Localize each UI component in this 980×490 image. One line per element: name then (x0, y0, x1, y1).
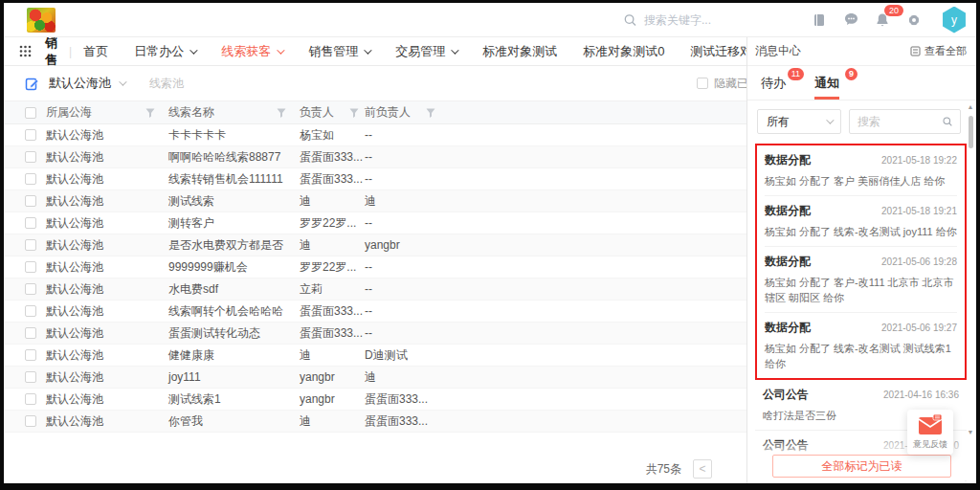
scrollbar-thumb[interactable] (969, 116, 973, 148)
nav-item-label: 日常办公 (134, 43, 184, 60)
total-count: 共75条 (646, 461, 681, 478)
nav-item[interactable]: 线索获客 (221, 43, 282, 60)
tab-notifications-label: 通知 (814, 76, 839, 90)
nav-item[interactable]: 销售管理 (308, 43, 369, 60)
column-header-name: 线索名称 (168, 104, 214, 121)
nav-item[interactable]: 交易管理 (395, 43, 457, 60)
panel-header: 消息中心 查看全部 (747, 37, 976, 66)
chevron-down-icon (189, 46, 197, 54)
tab-todo[interactable]: 待办 11 (761, 75, 786, 100)
nav-item-label: 首页 (83, 43, 108, 60)
hide-converted-label: 隐藏已 (714, 76, 746, 92)
cell-prev-owner: -- (365, 128, 746, 142)
column-header-owner: 负责人 (300, 104, 334, 121)
view-all-label: 查看全部 (924, 44, 967, 58)
filter-icon[interactable] (145, 108, 155, 118)
cell-owner: 杨宝如 (300, 127, 365, 144)
row-checkbox[interactable] (25, 129, 36, 141)
notification-title: 数据分配 (765, 152, 811, 168)
panel-scrollbar[interactable]: ▲ ▼ (965, 102, 976, 437)
feedback-label: 意见反馈 (913, 438, 947, 451)
nav-item[interactable]: 标准对象测试 (482, 43, 557, 60)
row-checkbox[interactable] (25, 393, 36, 405)
table-row: 默认公海池你管我迪蛋蛋面333... (4, 411, 746, 433)
scroll-up-arrow[interactable]: ▲ (968, 102, 974, 112)
prev-page-button[interactable]: < (693, 459, 712, 479)
filter-icon[interactable] (426, 108, 435, 118)
notification-date: 2021-05-18 19:22 (881, 155, 957, 166)
feedback-widget[interactable]: 意见反馈 (907, 410, 953, 455)
annotation-highlight-box: 数据分配2021-05-18 19:22杨宝如 分配了 客户 美丽俏佳人店 给你… (755, 144, 967, 380)
cell-lead-name: 线索啊转个机会哈哈哈 (168, 303, 300, 320)
cell-pool: 默认公海池 (46, 171, 168, 188)
row-checkbox[interactable] (25, 283, 36, 295)
select-all-checkbox[interactable] (25, 107, 36, 119)
scroll-down-arrow[interactable]: ▼ (968, 428, 974, 437)
cell-owner: yangbr (300, 370, 365, 384)
notification-item[interactable]: 数据分配2021-05-06 19:28杨宝如 分配了 客户-改111 北京市 … (765, 247, 957, 313)
nav-separator: | (69, 45, 72, 58)
notification-content: 杨宝如 分配了 线索-改名测试 测试线索1 给你 (765, 342, 957, 372)
notification-item[interactable]: 数据分配2021-05-18 19:22杨宝如 分配了 客户 美丽俏佳人店 给你 (765, 145, 957, 196)
cell-pool: 默认公海池 (46, 281, 168, 298)
chevron-down-icon (119, 78, 126, 85)
cell-prev-owner: -- (365, 172, 746, 186)
table-header: 所属公海 线索名称 负责人 前负责人 (4, 100, 746, 124)
panel-search-input[interactable] (858, 115, 937, 128)
cell-lead-name: joy111 (168, 370, 300, 384)
app-logo[interactable] (27, 8, 56, 33)
pool-selector[interactable]: 默认公海池 (49, 75, 124, 92)
type-filter-select[interactable]: 所有 (757, 109, 841, 134)
filter-icon[interactable] (277, 108, 286, 118)
nav-item[interactable]: 首页 (83, 43, 108, 60)
bell-badge: 20 (884, 5, 903, 16)
settings-gear-icon[interactable] (904, 11, 924, 30)
global-search[interactable]: 搜索关键字... (624, 11, 711, 28)
table-row: 默认公海池测转客户罗罗22罗...-- (4, 212, 746, 234)
tab-todo-badge: 11 (788, 68, 804, 80)
row-checkbox[interactable] (25, 371, 36, 383)
cell-pool: 默认公海池 (46, 347, 168, 364)
cell-owner: 蛋蛋面333... (300, 171, 365, 188)
mark-all-read-button[interactable]: 全部标记为已读 (772, 455, 951, 478)
row-checkbox[interactable] (25, 239, 36, 251)
row-checkbox[interactable] (25, 261, 36, 273)
compose-icon[interactable] (25, 77, 39, 91)
hide-converted-checkbox[interactable] (697, 78, 708, 89)
nav-item-label: 销售管理 (308, 43, 358, 60)
notification-bell-icon[interactable]: 20 (873, 11, 892, 30)
nav-item[interactable]: 日常办公 (134, 43, 195, 60)
cell-prev-owner: 迪 (365, 193, 746, 210)
user-avatar[interactable]: y (942, 7, 967, 33)
notebook-icon[interactable] (810, 11, 829, 30)
hide-converted-toggle[interactable]: 隐藏已 (697, 76, 746, 92)
panel-search-box (849, 109, 961, 134)
notification-title: 公司公告 (763, 387, 809, 403)
chat-icon[interactable] (841, 11, 860, 30)
filter-icon[interactable] (349, 108, 359, 118)
row-checkbox[interactable] (25, 327, 36, 339)
row-checkbox[interactable] (25, 217, 36, 229)
nav-item-label: 线索获客 (221, 43, 271, 60)
panel-filter-row: 所有 (747, 100, 976, 143)
tab-notifications[interactable]: 通知 9 (814, 75, 839, 100)
notification-item[interactable]: 数据分配2021-05-18 19:21杨宝如 分配了 线索-改名测试 joy1… (765, 196, 957, 247)
row-checkbox[interactable] (25, 173, 36, 185)
row-checkbox[interactable] (25, 415, 36, 427)
table-body: 默认公海池卡卡卡卡卡杨宝如--默认公海池啊啊哈哈哈线索88877蛋蛋面333..… (4, 124, 746, 433)
cell-owner: 迪 (300, 347, 365, 364)
app-grid-icon[interactable] (19, 45, 32, 57)
cell-owner: 罗罗22罗... (300, 215, 365, 232)
view-all-link[interactable]: 查看全部 (910, 44, 967, 58)
notification-title: 数据分配 (765, 203, 811, 219)
type-filter-value: 所有 (767, 114, 790, 130)
row-checkbox[interactable] (25, 349, 36, 361)
nav-item[interactable]: 标准对象测试0 (583, 43, 664, 60)
row-checkbox[interactable] (25, 195, 36, 207)
row-checkbox[interactable] (25, 151, 36, 163)
cell-lead-name: 测试线索1 (168, 391, 300, 408)
notification-item[interactable]: 数据分配2021-05-06 19:27杨宝如 分配了 线索-改名测试 测试线索… (765, 313, 957, 378)
table-row: 默认公海池卡卡卡卡卡杨宝如-- (4, 124, 746, 146)
row-checkbox[interactable] (25, 305, 36, 317)
chevron-down-icon (451, 46, 458, 54)
